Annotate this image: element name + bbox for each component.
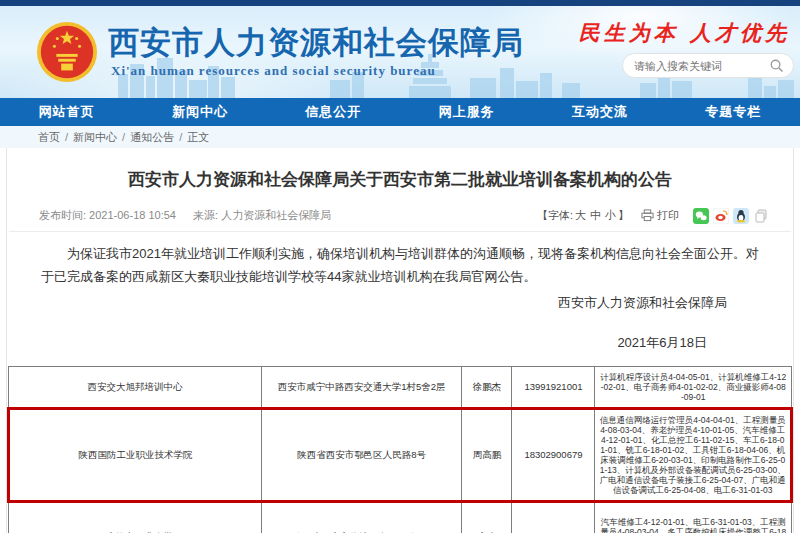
share-buttons	[689, 208, 769, 224]
article-title: 西安市人力资源和社会保障局关于西安市第二批就业培训备案机构的公告	[7, 148, 793, 204]
national-emblem-logo	[36, 21, 98, 83]
font-size-large-button[interactable]: 大	[575, 208, 586, 223]
article-signature: 西安市人力资源和社会保障局	[7, 294, 793, 312]
site-header: 西安市人力资源和社会保障局 Xi'an human resources and …	[0, 6, 800, 98]
table-row-highlighted: 陕西国防工业职业技术学院 陕西省西安市鄠邑区人民路8号 周高鹏 18302900…	[9, 409, 792, 502]
cell-address: 陕西省西安市鄠邑区人民路8号	[261, 409, 461, 502]
article-meta: 发布时间: 2021-06-18 10:54 来源: 人力资源和社会保障局 【字…	[9, 204, 791, 232]
font-size-label-open: 【字体:	[537, 208, 573, 223]
search-input[interactable]	[632, 59, 769, 73]
nav-item-online-services[interactable]: 网上服务	[400, 98, 533, 126]
printer-icon	[641, 209, 654, 222]
table-row: 西安交大旭邦培训中心 西安市咸宁中路西安交通大学1村5舍2层 徐鹏杰 13991…	[9, 367, 792, 409]
cell-institution-name: 西安交大旭邦培训中心	[9, 367, 262, 409]
weibo-share-icon[interactable]	[713, 208, 729, 224]
breadcrumb-separator: /	[122, 131, 125, 143]
cell-occupations: 信息通信网络运行管理员4-04-04-01、工程测量员4-08-03-04、养老…	[595, 409, 792, 502]
breadcrumb-news-center[interactable]: 新闻中心	[73, 131, 117, 143]
breadcrumb-notices[interactable]: 通知公告	[130, 131, 174, 143]
cell-contact: 徐鹏杰	[462, 367, 512, 409]
print-label: 打印	[657, 208, 679, 223]
site-subtitle: Xi'an human resources and social securit…	[111, 63, 436, 79]
breadcrumb: 首页/新闻中心/通知公告/正文	[0, 126, 800, 148]
nav-item-info-disclosure[interactable]: 信息公开	[267, 98, 400, 126]
search-icon[interactable]	[769, 58, 784, 73]
nav-item-news[interactable]: 新闻中心	[133, 98, 266, 126]
nav-item-interaction[interactable]: 互动交流	[533, 98, 666, 126]
font-size-medium-button[interactable]: 中	[590, 208, 601, 223]
cell-contact: 高奇	[462, 502, 512, 533]
article-meta-left: 发布时间: 2021-06-18 10:54 来源: 人力资源和社会保障局	[39, 208, 345, 223]
cell-phone: 13991921001	[512, 367, 595, 409]
article-container: 西安市人力资源和社会保障局关于西安市第二批就业培训备案机构的公告 发布时间: 2…	[6, 148, 794, 533]
article-body: 为保证我市2021年就业培训工作顺利实施，确保培训机构与培训群体的沟通顺畅，现将…	[7, 232, 793, 288]
search-box[interactable]	[622, 53, 794, 78]
wechat-share-icon[interactable]	[693, 208, 709, 224]
publish-time: 发布时间: 2021-06-18 10:54	[39, 209, 176, 221]
font-size-label-close: 】	[618, 208, 629, 223]
breadcrumb-separator: /	[179, 131, 182, 143]
article-toolbar: 【字体: 大 中 小 】 打印	[537, 208, 769, 224]
cell-phone: 18302900679	[512, 409, 595, 502]
article-date: 2021年6月18日	[7, 334, 793, 352]
table-row: 西安汽车职业大学 陕西省西安市临潼区秦王一路1号 高奇 15029296565 …	[9, 502, 792, 533]
copy-link-icon[interactable]	[753, 208, 769, 224]
cell-address: 西安市咸宁中路西安交通大学1村5舍2层	[261, 367, 461, 409]
cell-occupations: 汽车维修工4-12-01-01、电工6-31-01-03、工程测量员4-08-0…	[595, 502, 792, 533]
cell-phone: 15029296565	[512, 502, 595, 533]
nav-item-home[interactable]: 网站首页	[0, 98, 133, 126]
cell-institution-name: 陕西国防工业职业技术学院	[9, 409, 262, 502]
nav-item-special-columns[interactable]: 专题专栏	[667, 98, 800, 126]
breadcrumb-current: 正文	[187, 131, 209, 143]
cell-contact: 周高鹏	[462, 409, 512, 502]
site-title: 西安市人力资源和社会保障局	[108, 22, 524, 64]
cell-address: 陕西省西安市临潼区秦王一路1号	[261, 502, 461, 533]
cell-occupations: 计算机程序设计员4-04-05-01、计算机维修工4-12-02-01、电子商务…	[595, 367, 792, 409]
qq-share-icon[interactable]	[733, 208, 749, 224]
font-size-small-button[interactable]: 小	[605, 208, 616, 223]
training-institutions-table: 西安交大旭邦培训中心 西安市咸宁中路西安交通大学1村5舍2层 徐鹏杰 13991…	[7, 366, 793, 533]
article-source: 来源: 人力资源和社会保障局	[193, 209, 331, 221]
print-button[interactable]: 打印	[641, 208, 679, 223]
breadcrumb-home[interactable]: 首页	[38, 131, 60, 143]
site-slogan: 民生为本 人才优先	[579, 19, 790, 47]
breadcrumb-separator: /	[65, 131, 68, 143]
main-nav: 网站首页 新闻中心 信息公开 网上服务 互动交流 专题专栏	[0, 98, 800, 126]
cell-institution-name: 西安汽车职业大学	[9, 502, 262, 533]
